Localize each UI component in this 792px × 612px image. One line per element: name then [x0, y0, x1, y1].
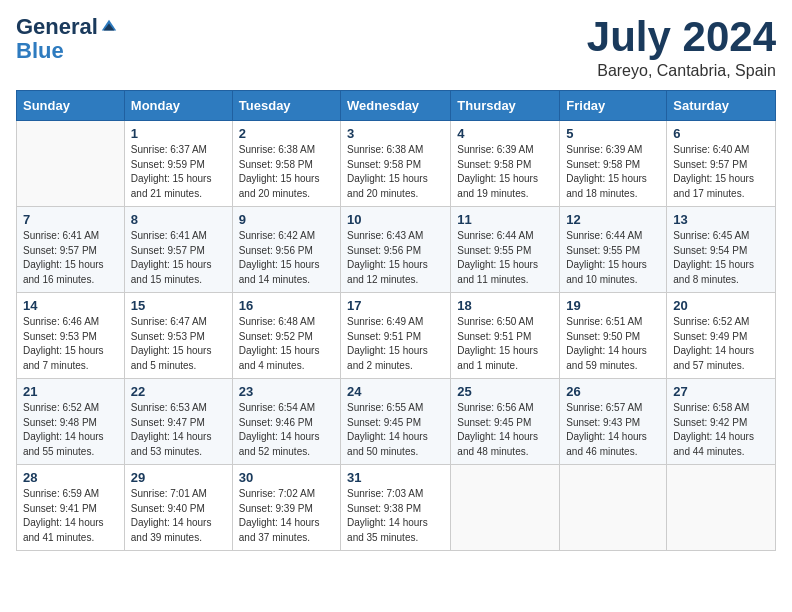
day-info: Sunrise: 6:43 AMSunset: 9:56 PMDaylight:…	[347, 229, 444, 287]
logo: General Blue	[16, 16, 118, 64]
day-number: 24	[347, 384, 444, 399]
calendar-cell: 26Sunrise: 6:57 AMSunset: 9:43 PMDayligh…	[560, 379, 667, 465]
day-number: 1	[131, 126, 226, 141]
day-number: 6	[673, 126, 769, 141]
calendar-cell: 7Sunrise: 6:41 AMSunset: 9:57 PMDaylight…	[17, 207, 125, 293]
calendar-cell: 19Sunrise: 6:51 AMSunset: 9:50 PMDayligh…	[560, 293, 667, 379]
day-number: 23	[239, 384, 334, 399]
calendar-cell: 3Sunrise: 6:38 AMSunset: 9:58 PMDaylight…	[341, 121, 451, 207]
day-info: Sunrise: 7:02 AMSunset: 9:39 PMDaylight:…	[239, 487, 334, 545]
location: Bareyo, Cantabria, Spain	[587, 62, 776, 80]
day-number: 25	[457, 384, 553, 399]
day-info: Sunrise: 6:48 AMSunset: 9:52 PMDaylight:…	[239, 315, 334, 373]
calendar-cell: 14Sunrise: 6:46 AMSunset: 9:53 PMDayligh…	[17, 293, 125, 379]
logo-blue-text: Blue	[16, 38, 64, 64]
calendar-cell: 22Sunrise: 6:53 AMSunset: 9:47 PMDayligh…	[124, 379, 232, 465]
calendar-cell: 6Sunrise: 6:40 AMSunset: 9:57 PMDaylight…	[667, 121, 776, 207]
day-number: 8	[131, 212, 226, 227]
day-info: Sunrise: 6:59 AMSunset: 9:41 PMDaylight:…	[23, 487, 118, 545]
day-number: 3	[347, 126, 444, 141]
day-info: Sunrise: 7:01 AMSunset: 9:40 PMDaylight:…	[131, 487, 226, 545]
day-number: 17	[347, 298, 444, 313]
calendar-cell: 2Sunrise: 6:38 AMSunset: 9:58 PMDaylight…	[232, 121, 340, 207]
day-number: 26	[566, 384, 660, 399]
calendar-cell: 30Sunrise: 7:02 AMSunset: 9:39 PMDayligh…	[232, 465, 340, 551]
day-info: Sunrise: 6:41 AMSunset: 9:57 PMDaylight:…	[23, 229, 118, 287]
day-number: 30	[239, 470, 334, 485]
day-number: 16	[239, 298, 334, 313]
day-number: 13	[673, 212, 769, 227]
month-year: July 2024	[587, 16, 776, 58]
calendar-cell: 29Sunrise: 7:01 AMSunset: 9:40 PMDayligh…	[124, 465, 232, 551]
calendar-cell: 17Sunrise: 6:49 AMSunset: 9:51 PMDayligh…	[341, 293, 451, 379]
calendar-week-4: 21Sunrise: 6:52 AMSunset: 9:48 PMDayligh…	[17, 379, 776, 465]
calendar-header-row: SundayMondayTuesdayWednesdayThursdayFrid…	[17, 91, 776, 121]
day-info: Sunrise: 6:53 AMSunset: 9:47 PMDaylight:…	[131, 401, 226, 459]
calendar-week-2: 7Sunrise: 6:41 AMSunset: 9:57 PMDaylight…	[17, 207, 776, 293]
day-header-thursday: Thursday	[451, 91, 560, 121]
day-info: Sunrise: 6:39 AMSunset: 9:58 PMDaylight:…	[457, 143, 553, 201]
day-number: 11	[457, 212, 553, 227]
day-number: 4	[457, 126, 553, 141]
day-number: 5	[566, 126, 660, 141]
day-number: 15	[131, 298, 226, 313]
day-number: 31	[347, 470, 444, 485]
day-info: Sunrise: 6:39 AMSunset: 9:58 PMDaylight:…	[566, 143, 660, 201]
calendar-week-5: 28Sunrise: 6:59 AMSunset: 9:41 PMDayligh…	[17, 465, 776, 551]
calendar-cell: 15Sunrise: 6:47 AMSunset: 9:53 PMDayligh…	[124, 293, 232, 379]
day-number: 9	[239, 212, 334, 227]
day-number: 2	[239, 126, 334, 141]
day-header-sunday: Sunday	[17, 91, 125, 121]
day-number: 14	[23, 298, 118, 313]
calendar-table: SundayMondayTuesdayWednesdayThursdayFrid…	[16, 90, 776, 551]
day-number: 22	[131, 384, 226, 399]
day-info: Sunrise: 6:38 AMSunset: 9:58 PMDaylight:…	[347, 143, 444, 201]
calendar-cell: 4Sunrise: 6:39 AMSunset: 9:58 PMDaylight…	[451, 121, 560, 207]
day-number: 10	[347, 212, 444, 227]
calendar-cell: 16Sunrise: 6:48 AMSunset: 9:52 PMDayligh…	[232, 293, 340, 379]
calendar-cell: 23Sunrise: 6:54 AMSunset: 9:46 PMDayligh…	[232, 379, 340, 465]
calendar-cell: 20Sunrise: 6:52 AMSunset: 9:49 PMDayligh…	[667, 293, 776, 379]
day-info: Sunrise: 7:03 AMSunset: 9:38 PMDaylight:…	[347, 487, 444, 545]
day-number: 27	[673, 384, 769, 399]
day-number: 29	[131, 470, 226, 485]
day-info: Sunrise: 6:47 AMSunset: 9:53 PMDaylight:…	[131, 315, 226, 373]
calendar-cell: 25Sunrise: 6:56 AMSunset: 9:45 PMDayligh…	[451, 379, 560, 465]
day-header-wednesday: Wednesday	[341, 91, 451, 121]
day-number: 19	[566, 298, 660, 313]
calendar-cell: 11Sunrise: 6:44 AMSunset: 9:55 PMDayligh…	[451, 207, 560, 293]
logo-icon	[100, 18, 118, 36]
day-header-tuesday: Tuesday	[232, 91, 340, 121]
day-header-monday: Monday	[124, 91, 232, 121]
calendar-cell	[451, 465, 560, 551]
day-number: 12	[566, 212, 660, 227]
calendar-cell: 13Sunrise: 6:45 AMSunset: 9:54 PMDayligh…	[667, 207, 776, 293]
calendar-cell	[560, 465, 667, 551]
day-info: Sunrise: 6:44 AMSunset: 9:55 PMDaylight:…	[457, 229, 553, 287]
day-number: 28	[23, 470, 118, 485]
day-info: Sunrise: 6:49 AMSunset: 9:51 PMDaylight:…	[347, 315, 444, 373]
calendar-cell	[17, 121, 125, 207]
day-header-saturday: Saturday	[667, 91, 776, 121]
day-info: Sunrise: 6:52 AMSunset: 9:49 PMDaylight:…	[673, 315, 769, 373]
day-header-friday: Friday	[560, 91, 667, 121]
calendar-week-1: 1Sunrise: 6:37 AMSunset: 9:59 PMDaylight…	[17, 121, 776, 207]
page-header: General Blue July 2024 Bareyo, Cantabria…	[16, 16, 776, 80]
day-info: Sunrise: 6:56 AMSunset: 9:45 PMDaylight:…	[457, 401, 553, 459]
day-info: Sunrise: 6:51 AMSunset: 9:50 PMDaylight:…	[566, 315, 660, 373]
day-info: Sunrise: 6:46 AMSunset: 9:53 PMDaylight:…	[23, 315, 118, 373]
day-info: Sunrise: 6:58 AMSunset: 9:42 PMDaylight:…	[673, 401, 769, 459]
day-number: 21	[23, 384, 118, 399]
calendar-cell: 5Sunrise: 6:39 AMSunset: 9:58 PMDaylight…	[560, 121, 667, 207]
calendar-cell: 24Sunrise: 6:55 AMSunset: 9:45 PMDayligh…	[341, 379, 451, 465]
calendar-cell: 8Sunrise: 6:41 AMSunset: 9:57 PMDaylight…	[124, 207, 232, 293]
day-info: Sunrise: 6:57 AMSunset: 9:43 PMDaylight:…	[566, 401, 660, 459]
logo-text: General	[16, 16, 118, 38]
calendar-cell: 21Sunrise: 6:52 AMSunset: 9:48 PMDayligh…	[17, 379, 125, 465]
calendar-cell	[667, 465, 776, 551]
calendar-cell: 28Sunrise: 6:59 AMSunset: 9:41 PMDayligh…	[17, 465, 125, 551]
day-info: Sunrise: 6:41 AMSunset: 9:57 PMDaylight:…	[131, 229, 226, 287]
logo-blue-label: Blue	[16, 38, 64, 63]
day-number: 18	[457, 298, 553, 313]
day-info: Sunrise: 6:52 AMSunset: 9:48 PMDaylight:…	[23, 401, 118, 459]
